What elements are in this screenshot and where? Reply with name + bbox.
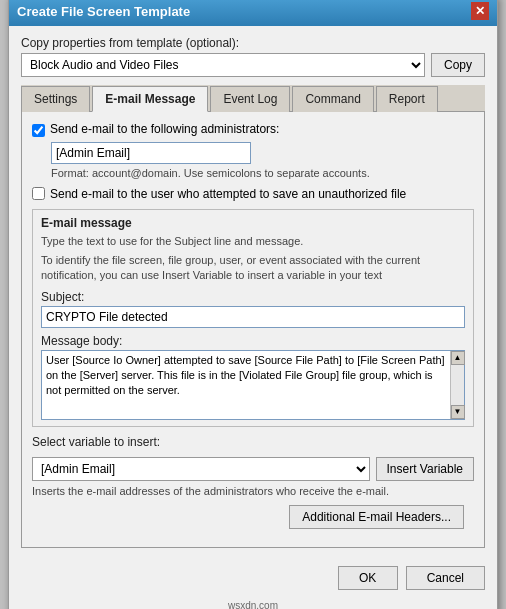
scroll-down-button[interactable]: ▼ [451,405,465,419]
admin-email-input[interactable] [51,142,251,164]
message-scrollbar: ▲ ▼ [450,351,464,419]
format-text: Format: account@domain. Use semicolons t… [51,167,474,179]
email-message-group: E-mail message Type the text to use for … [32,209,474,426]
subject-label: Subject: [41,290,465,304]
variable-row: [Admin Email] Insert Variable [32,457,474,481]
scroll-track [452,365,464,405]
variable-desc: Inserts the e-mail addresses of the admi… [32,485,474,497]
admin-email-row: Send e-mail to the following administrat… [32,122,474,137]
footer-buttons: OK Cancel [9,558,497,600]
unauthorized-checkbox[interactable] [32,187,45,200]
group-desc1: Type the text to use for the Subject lin… [41,234,465,249]
bottom-actions: Additional E-mail Headers... [32,497,474,537]
create-file-screen-dialog: Create File Screen Template ✕ Copy prope… [8,0,498,609]
additional-headers-button[interactable]: Additional E-mail Headers... [289,505,464,529]
tab-settings[interactable]: Settings [21,86,90,112]
variable-select[interactable]: [Admin Email] [32,457,370,481]
admin-email-checkbox[interactable] [32,124,45,137]
tab-email[interactable]: E-mail Message [92,86,208,112]
cancel-button[interactable]: Cancel [406,566,485,590]
tab-report[interactable]: Report [376,86,438,112]
copy-label: Copy properties from template (optional)… [21,36,485,50]
title-bar: Create File Screen Template ✕ [9,0,497,26]
copy-row: Block Audio and Video Files Copy [21,53,485,77]
tab-content-email: Send e-mail to the following administrat… [21,112,485,547]
ok-button[interactable]: OK [338,566,398,590]
tabs-bar: Settings E-mail Message Event Log Comman… [21,85,485,112]
copy-button[interactable]: Copy [431,53,485,77]
dialog-title: Create File Screen Template [17,4,190,19]
admin-email-label: Send e-mail to the following administrat… [50,122,279,136]
template-select[interactable]: Block Audio and Video Files [21,53,425,77]
dialog-body: Copy properties from template (optional)… [9,26,497,557]
insert-variable-button[interactable]: Insert Variable [376,457,474,481]
unauthorized-row: Send e-mail to the user who attempted to… [32,187,474,201]
tab-command[interactable]: Command [292,86,373,112]
message-label: Message body: [41,334,465,348]
subject-input[interactable] [41,306,465,328]
tab-eventlog[interactable]: Event Log [210,86,290,112]
variable-label: Select variable to insert: [32,435,474,449]
message-body-textarea[interactable]: User [Source Io Owner] attempted to save… [42,351,450,419]
close-button[interactable]: ✕ [471,2,489,20]
watermark: wsxdn.com [9,600,497,609]
scroll-up-button[interactable]: ▲ [451,351,465,365]
message-body-container: User [Source Io Owner] attempted to save… [41,350,465,420]
group-desc2: To identify the file screen, file group,… [41,253,465,284]
unauthorized-label: Send e-mail to the user who attempted to… [50,187,406,201]
group-title: E-mail message [41,216,465,230]
